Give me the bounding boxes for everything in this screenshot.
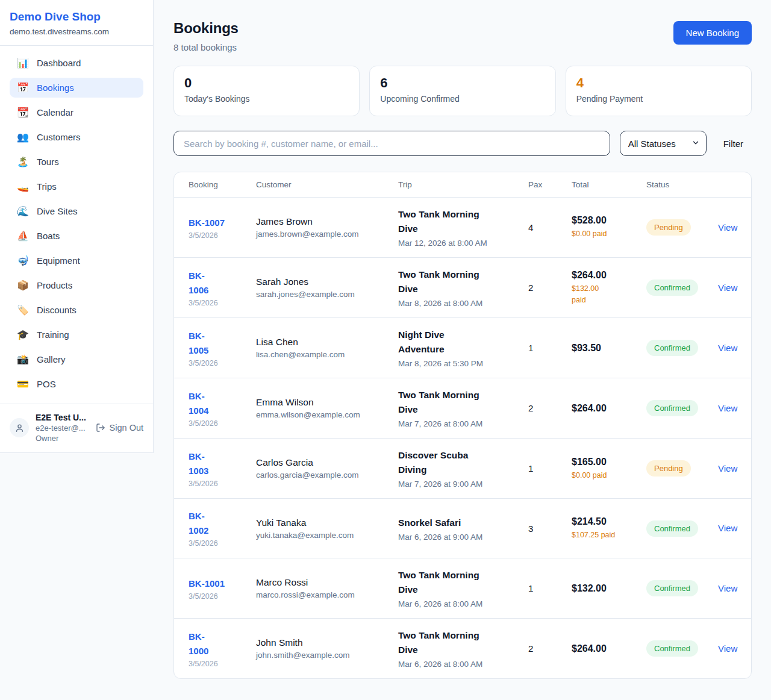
total-amount: $214.50 — [572, 516, 640, 527]
status-badge: Pending — [646, 460, 691, 477]
booking-link[interactable]: BK-1005 — [189, 329, 214, 358]
view-link[interactable]: View — [718, 463, 737, 473]
app-root: Demo Dive Shop demo.test.divestreams.com… — [0, 0, 771, 699]
pos-icon: 💳 — [17, 380, 29, 389]
customer-name: John Smith — [256, 637, 392, 648]
booking-link[interactable]: BK-1006 — [189, 269, 214, 298]
customer-email: john.smith@example.com — [256, 651, 392, 660]
pax-value: 2 — [528, 403, 572, 413]
status-filter-select[interactable]: All Statuses — [620, 131, 707, 156]
customer-cell: Marco Rossimarco.rossi@example.com — [256, 577, 398, 599]
total-cell: $214.50$107.25 paid — [572, 516, 646, 540]
trip-datetime: Mar 8, 2026 at 5:30 PM — [398, 359, 522, 368]
customer-cell: James Brownjames.brown@example.com — [256, 216, 398, 239]
gallery-icon: 📸 — [17, 355, 29, 364]
sidebar-item-bookings[interactable]: 📅Bookings — [10, 78, 143, 98]
sidebar-item-boats[interactable]: ⛵Boats — [10, 226, 143, 246]
trip-datetime: Mar 7, 2026 at 8:00 AM — [398, 419, 522, 428]
customer-cell: Carlos Garciacarlos.garcia@example.com — [256, 457, 398, 480]
booking-link[interactable]: BK-1003 — [189, 449, 214, 478]
sidebar-item-label: Boats — [37, 231, 60, 241]
status-cell: Pending — [646, 460, 718, 477]
stats-row: 0 Today's Bookings 6 Upcoming Confirmed … — [173, 66, 752, 116]
sidebar-item-gallery[interactable]: 📸Gallery — [10, 349, 143, 369]
total-cell: $165.00$0.00 paid — [572, 457, 646, 481]
booking-date: 3/5/2026 — [189, 660, 250, 668]
paid-amount: $132.00 paid — [572, 283, 605, 305]
new-booking-button[interactable]: New Booking — [673, 21, 752, 45]
column-header-status: Status — [646, 180, 718, 189]
booking-link[interactable]: BK-1000 — [189, 630, 214, 658]
sidebar-item-training[interactable]: 🎓Training — [10, 325, 143, 345]
sidebar-item-equipment[interactable]: 🤿Equipment — [10, 251, 143, 270]
view-link[interactable]: View — [718, 583, 737, 593]
stat-value: 0 — [184, 75, 349, 91]
customer-email: sarah.jones@example.com — [256, 290, 392, 299]
sidebar: Demo Dive Shop demo.test.divestreams.com… — [0, 0, 154, 453]
total-cell: $264.00$132.00 paid — [572, 270, 646, 305]
sidebar-item-trips[interactable]: 🚤Trips — [10, 177, 143, 196]
view-link[interactable]: View — [718, 343, 737, 353]
stat-label: Pending Payment — [576, 94, 741, 104]
sign-out-button[interactable]: Sign Out — [96, 423, 143, 433]
sidebar-item-discounts[interactable]: 🏷️Discounts — [10, 300, 143, 320]
total-amount: $264.00 — [572, 403, 640, 414]
sidebar-item-calendar[interactable]: 📆Calendar — [10, 102, 143, 122]
total-amount: $264.00 — [572, 270, 640, 281]
view-cell: View — [718, 403, 737, 414]
view-link[interactable]: View — [718, 222, 737, 233]
customer-name: James Brown — [256, 216, 392, 227]
booking-cell: BK-10003/5/2026 — [189, 630, 256, 668]
boats-icon: ⛵ — [17, 231, 29, 241]
trip-cell: Snorkel SafariMar 6, 2026 at 9:00 AM — [398, 516, 528, 542]
booking-date: 3/5/2026 — [189, 539, 250, 548]
filters-row: All Statuses Filter — [173, 131, 752, 156]
sidebar-item-tours[interactable]: 🏝️Tours — [10, 152, 143, 172]
trip-cell: Two Tank Morning DiveMar 7, 2026 at 8:00… — [398, 388, 528, 428]
shop-name[interactable]: Demo Dive Shop — [10, 10, 143, 23]
view-link[interactable]: View — [718, 643, 737, 654]
booking-link[interactable]: BK-1007 — [189, 216, 250, 230]
stat-value: 4 — [576, 75, 741, 91]
view-cell: View — [718, 643, 737, 654]
total-amount: $132.00 — [572, 583, 640, 594]
trip-datetime: Mar 7, 2026 at 9:00 AM — [398, 480, 522, 489]
booking-link[interactable]: BK-1002 — [189, 509, 214, 538]
booking-link[interactable]: BK-1001 — [189, 577, 250, 591]
filter-button[interactable]: Filter — [723, 139, 743, 149]
view-link[interactable]: View — [718, 283, 737, 293]
customer-cell: Sarah Jonessarah.jones@example.com — [256, 277, 398, 299]
booking-date: 3/5/2026 — [189, 231, 250, 240]
tours-icon: 🏝️ — [17, 157, 29, 167]
sidebar-item-products[interactable]: 📦Products — [10, 275, 143, 295]
sidebar-item-dashboard[interactable]: 📊Dashboard — [10, 53, 143, 73]
column-header-booking: Booking — [189, 180, 256, 189]
customer-cell: Yuki Tanakayuki.tanaka@example.com — [256, 517, 398, 540]
sidebar-item-customers[interactable]: 👥Customers — [10, 127, 143, 147]
booking-date: 3/5/2026 — [189, 592, 250, 601]
booking-link[interactable]: BK-1004 — [189, 389, 214, 418]
total-cell: $528.00$0.00 paid — [572, 215, 646, 239]
customer-cell: Emma Wilsonemma.wilson@example.com — [256, 397, 398, 419]
trip-name: Two Tank Morning Dive — [398, 388, 490, 417]
total-cell: $264.00 — [572, 643, 646, 654]
table-row: BK-10013/5/2026Marco Rossimarco.rossi@ex… — [174, 558, 751, 618]
status-badge: Confirmed — [646, 520, 698, 537]
sidebar-item-dive-sites[interactable]: 🌊Dive Sites — [10, 201, 143, 221]
user-icon — [14, 423, 25, 433]
trip-cell: Discover Scuba DivingMar 7, 2026 at 9:00… — [398, 448, 528, 489]
status-cell: Confirmed — [646, 280, 718, 296]
view-link[interactable]: View — [718, 403, 737, 413]
sidebar-item-label: Gallery — [37, 354, 66, 364]
page-header: Bookings 8 total bookings New Booking — [173, 20, 752, 52]
customer-name: Lisa Chen — [256, 337, 392, 348]
paid-amount: $0.00 paid — [572, 228, 640, 239]
trips-icon: 🚤 — [17, 182, 29, 192]
search-input[interactable] — [173, 131, 610, 156]
stat-value: 6 — [380, 75, 545, 91]
sidebar-item-label: Dive Sites — [37, 206, 78, 216]
status-cell: Confirmed — [646, 520, 718, 537]
sidebar-item-pos[interactable]: 💳POS — [10, 374, 143, 394]
table-body: BK-10073/5/2026James Brownjames.brown@ex… — [174, 198, 751, 678]
view-link[interactable]: View — [718, 523, 737, 533]
